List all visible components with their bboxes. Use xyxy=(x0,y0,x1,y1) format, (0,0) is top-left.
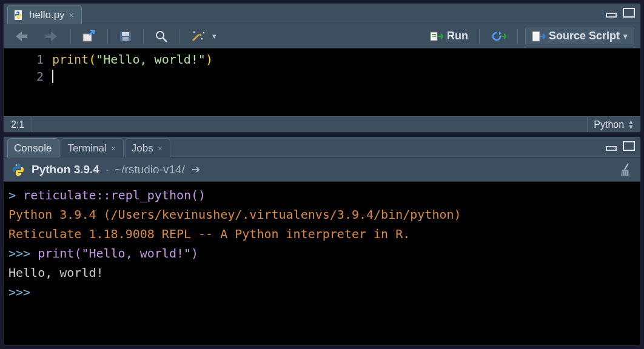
svg-rect-2 xyxy=(623,8,634,17)
python-version: Python 3.9.4 xyxy=(32,163,99,176)
editor-pane: hello.py × ▾ Run Source Script xyxy=(3,3,641,133)
python-file-icon xyxy=(14,10,25,21)
separator xyxy=(143,29,144,44)
svg-rect-1 xyxy=(606,13,616,17)
svg-rect-3 xyxy=(21,35,27,38)
clear-console-button[interactable] xyxy=(619,162,633,177)
svg-rect-8 xyxy=(122,37,129,41)
svg-point-20 xyxy=(16,164,17,165)
minimize-icon[interactable] xyxy=(605,7,619,18)
source-script-button[interactable]: Source Script ▾ xyxy=(525,27,634,45)
svg-point-11 xyxy=(193,31,195,32)
console-output[interactable]: > reticulate::repl_python() Python 3.9.4… xyxy=(4,182,640,345)
console-line: Python 3.9.4 (/Users/kevinushey/.virtual… xyxy=(8,205,636,224)
chevron-down-icon: ▾ xyxy=(623,32,628,41)
code-tools-button[interactable]: ▾ xyxy=(187,28,220,45)
line-number: 2 xyxy=(4,68,44,85)
working-dir[interactable]: ~/rstudio-v14/ xyxy=(115,163,185,176)
editor-tab-hello[interactable]: hello.py × xyxy=(7,5,82,24)
separator xyxy=(517,29,518,44)
show-in-new-window-button[interactable] xyxy=(78,28,100,44)
svg-rect-19 xyxy=(623,142,634,150)
line-gutter: 1 2 xyxy=(4,48,52,116)
close-icon[interactable]: × xyxy=(158,144,163,153)
console-tabbar: Console Terminal × Jobs × xyxy=(4,137,640,158)
run-button[interactable]: Run xyxy=(426,28,472,44)
svg-point-21 xyxy=(19,173,21,174)
language-label: Python xyxy=(594,119,624,130)
console-window-controls xyxy=(605,141,636,151)
separator-dot: · xyxy=(106,163,109,176)
svg-point-9 xyxy=(156,32,164,39)
svg-point-12 xyxy=(201,38,203,39)
editor-toolbar: ▾ Run Source Script ▾ xyxy=(4,24,640,48)
rerun-icon xyxy=(491,30,506,42)
close-icon[interactable]: × xyxy=(111,144,116,153)
editor-tabbar: hello.py × xyxy=(4,4,640,24)
re-run-button[interactable] xyxy=(487,28,510,44)
go-to-dir-icon[interactable] xyxy=(191,165,202,174)
tab-jobs[interactable]: Jobs × xyxy=(125,138,170,158)
editor-statusbar: 2:1 Python ▲▼ xyxy=(4,116,640,132)
save-button[interactable] xyxy=(115,28,136,44)
cursor-position[interactable]: 2:1 xyxy=(4,117,32,132)
python-icon xyxy=(11,162,25,177)
console-line: >>> xyxy=(8,282,636,302)
maximize-icon[interactable] xyxy=(622,141,636,151)
code-area[interactable]: print("Hello, world!") xyxy=(52,48,213,116)
separator xyxy=(70,29,71,44)
tab-terminal[interactable]: Terminal × xyxy=(61,138,123,158)
maximize-icon[interactable] xyxy=(622,7,636,18)
svg-rect-15 xyxy=(432,34,436,35)
source-label: Source Script xyxy=(549,30,620,42)
editor-window-controls xyxy=(605,7,636,18)
tab-label: Terminal xyxy=(67,142,106,155)
svg-rect-7 xyxy=(122,32,129,36)
source-icon xyxy=(532,30,545,42)
tab-console[interactable]: Console xyxy=(7,138,59,158)
tab-label: Console xyxy=(14,142,52,155)
code-editor[interactable]: 1 2 print("Hello, world!") xyxy=(4,48,640,116)
nav-back-button[interactable] xyxy=(10,28,33,44)
language-selector[interactable]: Python ▲▼ xyxy=(587,117,640,132)
tab-label: Jobs xyxy=(132,142,153,155)
close-icon[interactable]: × xyxy=(69,11,74,19)
svg-rect-18 xyxy=(606,147,616,150)
svg-rect-4 xyxy=(45,35,52,38)
console-line: > reticulate::repl_python() xyxy=(8,185,636,205)
separator xyxy=(107,29,108,44)
svg-line-10 xyxy=(163,38,167,42)
console-line: >>> print("Hello, world!") xyxy=(8,244,636,263)
run-label: Run xyxy=(447,30,468,42)
svg-rect-16 xyxy=(432,36,436,37)
console-pane: Console Terminal × Jobs × Python 3.9.4 ·… xyxy=(3,136,641,346)
updown-icon: ▲▼ xyxy=(628,120,634,129)
editor-tab-label: hello.py xyxy=(29,9,65,21)
line-number: 1 xyxy=(4,51,44,68)
separator xyxy=(479,29,480,44)
run-icon xyxy=(430,30,443,42)
code-line: print("Hello, world!") xyxy=(52,51,213,68)
svg-point-13 xyxy=(203,32,204,33)
find-button[interactable] xyxy=(151,28,172,45)
separator xyxy=(179,29,179,44)
console-line: Reticulate 1.18.9008 REPL -- A Python in… xyxy=(8,224,636,244)
nav-forward-button[interactable] xyxy=(40,28,63,44)
console-envbar: Python 3.9.4 · ~/rstudio-v14/ xyxy=(4,158,640,182)
minimize-icon[interactable] xyxy=(605,141,619,151)
code-line xyxy=(52,68,213,85)
svg-rect-17 xyxy=(532,32,540,41)
console-line: Hello, world! xyxy=(8,263,636,282)
